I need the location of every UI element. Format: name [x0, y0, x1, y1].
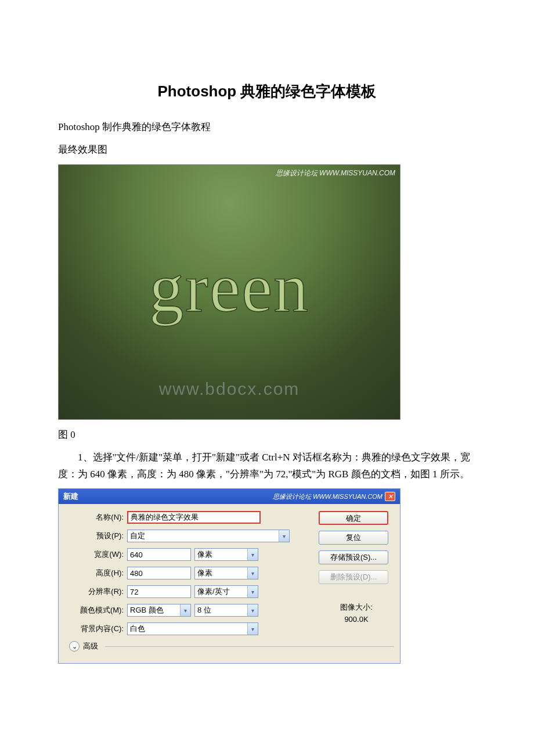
label-bg-content: 背景内容(C): — [64, 624, 127, 634]
advanced-label: 高级 — [83, 641, 98, 651]
dialog-title-text: 新建 — [63, 491, 78, 502]
label-name: 名称(N): — [64, 512, 127, 523]
label-height: 高度(H): — [64, 568, 127, 578]
label-color-mode: 颜色模式(M): — [64, 605, 127, 615]
select-bit-depth[interactable]: 8 位 ▾ — [194, 604, 258, 617]
image-size-value: 900.0K — [319, 614, 394, 626]
new-dialog: 新建 思缘设计论坛 WWW.MISSYUAN.COM ✕ 名称(N): 预设(P… — [58, 488, 400, 664]
figure-0: 思缘设计论坛 WWW.MISSYUAN.COM green www.bdocx.… — [58, 164, 400, 420]
ok-button[interactable]: 确定 — [319, 511, 388, 525]
figure-0-caption: 图 0 — [58, 427, 476, 444]
label-preset: 预设(P): — [64, 531, 127, 541]
advanced-toggle[interactable]: ⌄ — [69, 641, 80, 651]
reset-button[interactable]: 复位 — [319, 531, 388, 545]
input-height[interactable] — [127, 567, 191, 579]
select-color-mode[interactable]: RGB 颜色 ▾ — [127, 604, 191, 617]
select-width-unit[interactable]: 像素 ▾ — [194, 548, 258, 561]
step-1: 1、选择"文件/新建"菜单，打开"新建"或者 Ctrl+N 对话框名称为：典雅的… — [58, 449, 476, 483]
figure-0-watermark-bottom: www.bdocx.com — [159, 379, 300, 399]
input-name[interactable] — [127, 511, 261, 524]
input-resolution[interactable] — [127, 585, 191, 598]
intro-1: Photoshop 制作典雅的绿色字体教程 — [58, 119, 476, 136]
input-width[interactable] — [127, 548, 191, 561]
select-preset[interactable]: 自定 ▾ — [127, 530, 290, 542]
figure-0-text: green — [149, 248, 309, 328]
dialog-watermark: 思缘设计论坛 WWW.MISSYUAN.COM ✕ — [273, 492, 395, 501]
dialog-titlebar: 新建 思缘设计论坛 WWW.MISSYUAN.COM ✕ — [59, 489, 400, 504]
label-resolution: 分辨率(R): — [64, 586, 127, 597]
select-height-unit[interactable]: 像素 ▾ — [194, 567, 258, 579]
select-bg-content[interactable]: 白色 ▾ — [127, 622, 258, 635]
divider — [105, 646, 394, 647]
page-title: Photoshop 典雅的绿色字体模板 — [58, 81, 476, 102]
delete-preset-button: 删除预设(D)... — [319, 570, 388, 584]
image-size-label: 图像大小: — [319, 602, 394, 614]
chevron-down-icon: ▾ — [180, 604, 190, 616]
select-resolution-unit[interactable]: 像素/英寸 ▾ — [194, 585, 258, 598]
chevron-down-icon: ▾ — [247, 623, 258, 635]
chevron-down-icon: ▾ — [247, 604, 258, 616]
label-width: 宽度(W): — [64, 549, 127, 560]
chevron-down-icon: ▾ — [247, 567, 258, 579]
chevron-down-icon: ▾ — [247, 549, 258, 560]
image-size-block: 图像大小: 900.0K — [319, 602, 394, 626]
intro-2: 最终效果图 — [58, 142, 476, 159]
save-preset-button[interactable]: 存储预设(S)... — [319, 550, 388, 564]
chevron-down-icon: ▾ — [247, 586, 258, 597]
figure-0-watermark-top: 思缘设计论坛 WWW.MISSYUAN.COM — [276, 168, 395, 178]
chevron-down-icon: ▾ — [279, 530, 289, 542]
close-icon[interactable]: ✕ — [385, 492, 395, 501]
